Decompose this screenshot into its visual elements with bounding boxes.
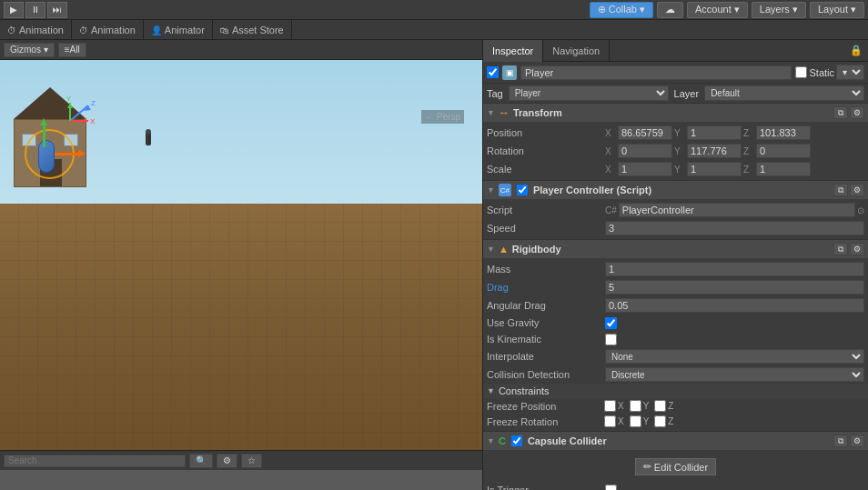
tab-inspector[interactable]: Inspector	[483, 40, 543, 62]
rot-x-input[interactable]	[618, 144, 672, 158]
rot-z-input[interactable]	[756, 144, 811, 158]
freeze-rot-z-label: Z	[668, 416, 673, 426]
freeze-pos-z-checkbox[interactable]	[654, 400, 666, 412]
step-button[interactable]: ⏭	[47, 2, 67, 18]
tag-label: Tag	[487, 88, 503, 99]
player-controller-header[interactable]: ▼ C# Player Controller (Script) ⧉ ⚙	[483, 181, 868, 199]
tab-animation-1[interactable]: ⏱ Animation	[0, 20, 72, 40]
rigidbody-copy-btn[interactable]: ⧉	[833, 243, 848, 255]
interpolate-label: Interpolate	[487, 351, 605, 362]
top-right-controls: ⊕ Collab ▾ ☁ Account ▾ Layers ▾ Layout ▾	[590, 2, 864, 18]
freeze-rot-x-item: X	[604, 415, 624, 427]
scene-search-input[interactable]	[4, 455, 186, 467]
edit-collider-button[interactable]: ✏ Edit Collider	[635, 458, 716, 475]
speed-row: Speed	[483, 219, 868, 237]
scene-star-button[interactable]: ☆	[241, 454, 262, 468]
edit-collider-label: Edit Collider	[654, 462, 708, 473]
tab-animation-2[interactable]: ⏱ Animation	[72, 20, 144, 40]
svg-text:Z: Z	[91, 99, 96, 107]
account-button[interactable]: Account ▾	[687, 2, 748, 18]
scale-z-input[interactable]	[756, 162, 811, 176]
scale-y-input[interactable]	[687, 162, 742, 176]
persp-label: ← Persp	[421, 110, 464, 124]
transform-header[interactable]: ▼ ↔ Transform ⧉ ⚙	[483, 104, 868, 122]
tab-animation-1-label: Animation	[19, 25, 64, 35]
static-dropdown[interactable]: ▾	[836, 65, 864, 80]
pause-button[interactable]: ⏸	[25, 2, 45, 18]
mass-input[interactable]	[605, 262, 864, 276]
transform-body: Position X Y Z Rotation	[483, 122, 868, 180]
scene-canvas[interactable]: Z X Y ← Persp 🔍 ⚙ ☆	[0, 60, 482, 470]
collider-settings-btn[interactable]: ⚙	[850, 435, 864, 447]
freeze-pos-x-checkbox[interactable]	[604, 400, 616, 412]
freeze-rot-x-checkbox[interactable]	[604, 415, 616, 427]
freeze-rot-y-checkbox[interactable]	[630, 415, 641, 427]
speed-input[interactable]	[605, 221, 864, 235]
freeze-rot-y-label: Y	[643, 416, 650, 426]
main-layout: Gizmos ▾ ≡All	[0, 40, 868, 490]
pos-y-input[interactable]	[687, 125, 742, 140]
scale-x-input[interactable]	[618, 162, 672, 176]
transform-settings-btn[interactable]: ⚙	[850, 106, 864, 119]
animator-icon: 👤	[151, 25, 162, 35]
pos-z-input[interactable]	[756, 125, 811, 140]
collider-copy-btn[interactable]: ⧉	[833, 435, 848, 447]
rotation-values: X Y Z	[605, 144, 864, 158]
freeze-position-row: Freeze Position X Y	[483, 398, 868, 414]
is-kinematic-checkbox[interactable]	[605, 334, 617, 345]
rigidbody-body: Mass Drag Angular Drag	[483, 258, 868, 431]
layout-button[interactable]: Layout ▾	[810, 2, 864, 18]
drag-input[interactable]	[605, 280, 864, 295]
rigidbody-settings-btn[interactable]: ⚙	[850, 243, 864, 255]
object-active-checkbox[interactable]	[487, 66, 499, 78]
capsule-collider-header[interactable]: ▼ C Capsule Collider ⧉ ⚙	[483, 432, 868, 450]
tab-animator[interactable]: 👤 Animator	[144, 20, 213, 40]
script-value-input[interactable]	[619, 203, 855, 217]
constraints-header[interactable]: ▼ Constraints	[483, 384, 868, 398]
collider-collapse-arrow: ▼	[487, 436, 495, 445]
static-checkbox[interactable]	[795, 66, 807, 78]
inspector-lock-button[interactable]: 🔒	[844, 40, 868, 61]
layer-select[interactable]: Default	[704, 85, 864, 101]
rot-y-input[interactable]	[687, 144, 742, 158]
collab-button[interactable]: ⊕ Collab ▾	[590, 2, 653, 18]
scene-settings-button[interactable]: ⚙	[217, 454, 237, 468]
freeze-pos-y-checkbox[interactable]	[630, 400, 641, 412]
is-trigger-checkbox[interactable]	[605, 485, 617, 491]
layers-button[interactable]: Layers ▾	[752, 2, 806, 18]
script-enable-checkbox[interactable]	[517, 185, 528, 195]
freeze-rot-z-item: Z	[654, 415, 673, 427]
cloud-button[interactable]: ☁	[657, 2, 683, 18]
tab-asset-store[interactable]: 🛍 Asset Store	[213, 20, 292, 40]
angular-drag-input[interactable]	[605, 298, 864, 313]
use-gravity-checkbox[interactable]	[605, 317, 617, 329]
is-trigger-row: Is Trigger	[483, 482, 868, 490]
is-kinematic-value	[605, 334, 864, 345]
transform-copy-btn[interactable]: ⧉	[833, 106, 848, 119]
script-settings-btn[interactable]: ⚙	[850, 184, 864, 196]
collision-detection-select[interactable]: Discrete	[605, 367, 864, 382]
animation-icon-2: ⏱	[79, 25, 88, 35]
collider-enable-checkbox[interactable]	[511, 435, 522, 446]
rot-y-label: Y	[674, 146, 685, 156]
script-copy-btn[interactable]: ⧉	[833, 184, 848, 196]
interpolate-select[interactable]: None	[605, 349, 864, 364]
scene-search-button[interactable]: 🔍	[189, 454, 213, 468]
freeze-rot-z-checkbox[interactable]	[654, 415, 666, 427]
tag-select[interactable]: Player	[509, 85, 669, 101]
pos-x-input[interactable]	[618, 125, 672, 140]
rigidbody-header[interactable]: ▼ ▲ Rigidbody ⧉ ⚙	[483, 240, 868, 258]
animation-icon-1: ⏱	[7, 25, 16, 35]
play-button[interactable]: ▶	[4, 2, 24, 18]
script-actions: ⧉ ⚙	[833, 184, 864, 196]
script-circle-icon[interactable]: ⊙	[857, 205, 864, 215]
object-name-input[interactable]	[520, 65, 792, 80]
tab-navigation[interactable]: Navigation	[543, 40, 610, 62]
all-button[interactable]: ≡All	[58, 43, 86, 57]
distant-figure	[146, 131, 151, 151]
gizmos-button[interactable]: Gizmos ▾	[4, 43, 55, 57]
mass-value-container	[605, 262, 864, 276]
inspector-panel: Inspector Navigation 🔒 ▣ Static ▾	[482, 40, 868, 490]
layer-label: Layer	[674, 88, 700, 99]
inspector-tabs: Inspector Navigation 🔒	[483, 40, 868, 62]
